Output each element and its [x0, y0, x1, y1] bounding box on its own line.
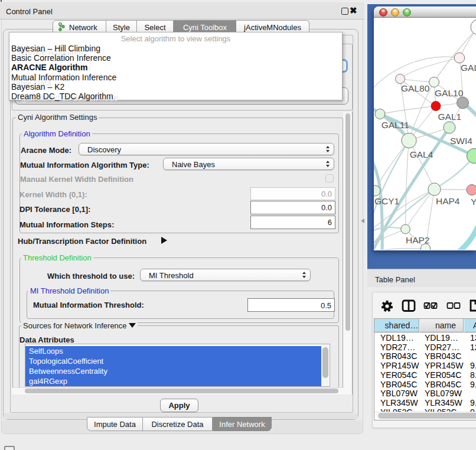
svg-text:HAP4: HAP4 — [436, 196, 460, 206]
svg-text:HAP2: HAP2 — [406, 235, 430, 245]
svg-text:SWI4: SWI4 — [450, 136, 472, 146]
svg-text:GAL1: GAL1 — [438, 112, 462, 122]
svg-text:GAL11: GAL11 — [382, 120, 409, 130]
svg-text:GAL10: GAL10 — [435, 88, 464, 98]
svg-text:Y: Y — [471, 197, 476, 207]
svg-text:GCY1: GCY1 — [374, 196, 399, 206]
svg-text:GAL4: GAL4 — [410, 149, 433, 159]
svg-text:GAL2: GAL2 — [461, 63, 476, 73]
svg-text:GAL80: GAL80 — [401, 83, 430, 93]
